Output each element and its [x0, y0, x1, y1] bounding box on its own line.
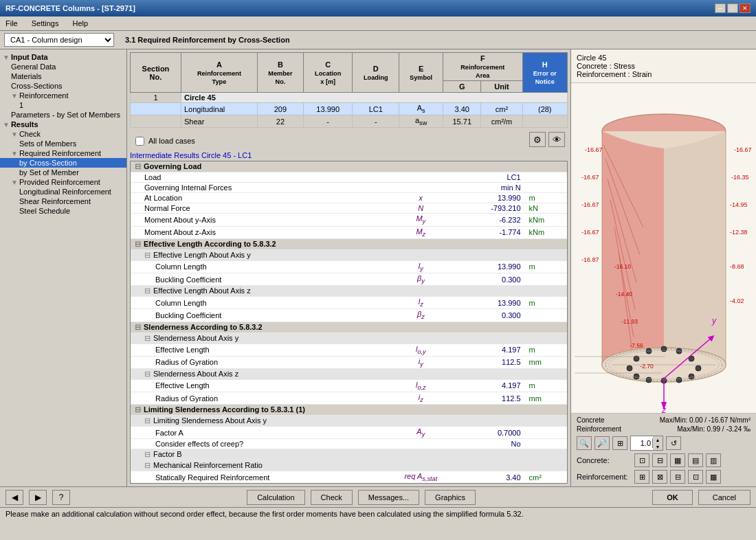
- cancel-button[interactable]: Cancel: [698, 490, 751, 505]
- view-icon-btn[interactable]: 👁: [548, 132, 565, 147]
- calculation-button[interactable]: Calculation: [247, 490, 304, 505]
- diagram-controls-row: 🔍 🔎 ⊞ 1.0 ▲ ▼ ↺: [577, 436, 751, 451]
- menu-bar: File Settings Help: [0, 16, 756, 31]
- sidebar-item-by-cross-section[interactable]: by Cross-Section: [0, 158, 126, 168]
- sidebar-item-parameters[interactable]: Parameters - by Set of Members: [0, 110, 126, 120]
- right-panel: Circle 45 Concrete : Stress Reinforcemen…: [570, 49, 756, 486]
- subgroup-factor-b: ⊟Factor B: [131, 449, 567, 460]
- reinf-btn2[interactable]: ⊠: [652, 470, 667, 484]
- table-row[interactable]: Longitudinal 209 13.990 LC1 As 3.40 cm² …: [131, 103, 568, 115]
- minimize-button[interactable]: ─: [715, 3, 726, 13]
- reinf-btn3[interactable]: ⊟: [670, 470, 685, 484]
- svg-text:-4.02: -4.02: [730, 297, 744, 304]
- expand-icon: ▼: [11, 131, 18, 138]
- table-row[interactable]: Shear 22 - - asw 15.71 cm²/m: [131, 115, 568, 128]
- diagram-title-line1: Circle 45: [577, 54, 751, 62]
- subgroup-mech-ratio: ⊟Mechanical Reinforcement Ratio: [131, 460, 567, 471]
- design-case-dropdown[interactable]: CA1 - Column design: [4, 33, 114, 47]
- table-row: Column Length lz 13.990 m: [131, 297, 567, 309]
- menu-file[interactable]: File: [3, 18, 21, 29]
- all-load-cases-checkbox[interactable]: [135, 137, 144, 146]
- svg-point-18: [634, 374, 639, 379]
- sidebar-item-reinforcement-1[interactable]: 1: [0, 100, 126, 110]
- graphics-button[interactable]: Graphics: [425, 490, 476, 505]
- table-area: SectionNo. AReinforcementType BMemberNo.…: [127, 49, 570, 131]
- sidebar-item-check[interactable]: ▼Check: [0, 129, 126, 139]
- concrete-btn5[interactable]: ▥: [706, 453, 721, 467]
- zoom-out-btn[interactable]: 🔎: [594, 436, 610, 450]
- svg-text:-16.67: -16.67: [734, 146, 752, 153]
- check-button[interactable]: Check: [311, 490, 353, 505]
- group-limiting-slenderness: ⊟Limiting Slenderness According to 5.8.3…: [131, 405, 567, 416]
- view-options-btn[interactable]: ⊞: [612, 436, 627, 450]
- svg-point-13: [696, 365, 701, 371]
- group-label: Governing Load: [144, 162, 201, 170]
- expand-icon: ▼: [11, 150, 18, 157]
- subgroup-slenderness-z: ⊟Slenderness About Axis z: [131, 368, 567, 379]
- intermediate-panel[interactable]: ⊟Governing Load Load LC1 Governing Inter…: [130, 161, 568, 484]
- concrete-info-row: Concrete Max/Min: 0.00 / -16.67 N/mm²: [577, 416, 751, 424]
- col-b: BMemberNo.: [257, 53, 303, 93]
- reinforcement-controls: Reinforcement: ⊞ ⊠ ⊟ ⊡ ▦: [577, 470, 751, 484]
- sidebar-item-provided-reinforcement[interactable]: ▼Provided Reinforcement: [0, 177, 126, 187]
- sidebar-item-shear[interactable]: Shear Reinforcement: [0, 196, 126, 206]
- status-message: Please make an additional calculation wi…: [5, 510, 524, 518]
- table-row: Radius of Gyration iy 112.5 mm: [131, 356, 567, 368]
- close-button[interactable]: ✕: [740, 3, 751, 13]
- sidebar-item-by-set-of-member[interactable]: by Set of Member: [0, 168, 126, 177]
- svg-point-19: [627, 365, 632, 371]
- table-row: At Location x 13.990 m: [131, 193, 567, 203]
- reset-view-btn[interactable]: ↺: [666, 436, 681, 450]
- nav-help-btn[interactable]: ?: [52, 490, 70, 505]
- zoom-in-btn[interactable]: 🔍: [577, 436, 592, 450]
- results-table: SectionNo. AReinforcementType BMemberNo.…: [130, 52, 568, 128]
- sidebar-item-results[interactable]: ▼Results: [0, 120, 126, 129]
- svg-text:-16.67: -16.67: [585, 146, 603, 153]
- sidebar-item-reinforcement[interactable]: ▼Reinforcement: [0, 91, 126, 100]
- ok-button[interactable]: OK: [652, 490, 693, 505]
- sidebar-item-general-data[interactable]: General Data: [0, 62, 126, 71]
- concrete-btn2[interactable]: ⊟: [652, 453, 667, 467]
- reinf-btn5[interactable]: ▦: [706, 470, 721, 484]
- col-g-unit: Unit: [481, 81, 522, 93]
- diagram-title-line2: Concrete : Stress: [577, 62, 751, 70]
- zoom-spinner[interactable]: 1.0 ▲ ▼: [630, 436, 663, 451]
- col-h: HError orNotice: [522, 53, 568, 93]
- cell-area: 3.40: [443, 103, 481, 115]
- status-bar: Please make an additional calculation wi…: [0, 507, 756, 522]
- sidebar-item-steel-schedule[interactable]: Steel Schedule: [0, 206, 126, 216]
- nav-forward-btn[interactable]: ▶: [29, 490, 47, 505]
- expand-icon: ▼: [11, 179, 18, 186]
- sidebar-item-longitudinal[interactable]: Longitudinal Reinforcement: [0, 187, 126, 196]
- svg-text:-14.95: -14.95: [730, 201, 748, 208]
- svg-text:-16.87: -16.87: [581, 256, 599, 263]
- sidebar-item-input-data[interactable]: ▼Input Data: [0, 52, 126, 62]
- menu-settings[interactable]: Settings: [29, 18, 62, 29]
- messages-button[interactable]: Messages...: [358, 490, 419, 505]
- sidebar-item-sets-of-members[interactable]: Sets of Members: [0, 139, 126, 148]
- maximize-button[interactable]: □: [727, 3, 738, 13]
- nav-back-btn[interactable]: ◀: [5, 490, 23, 505]
- all-load-cases-area: All load cases: [130, 134, 201, 148]
- window-controls[interactable]: ─ □ ✕: [715, 3, 751, 13]
- spinner-arrows[interactable]: ▲ ▼: [653, 436, 663, 450]
- reinf-btn1[interactable]: ⊞: [634, 470, 649, 484]
- sidebar-item-cross-sections[interactable]: Cross-Sections: [0, 81, 126, 91]
- concrete-btn4[interactable]: ▤: [688, 453, 703, 467]
- spinner-up[interactable]: ▲: [653, 436, 663, 443]
- expand-icon: ▼: [11, 92, 18, 100]
- concrete-section-label: Concrete:: [577, 455, 632, 466]
- sidebar-item-materials[interactable]: Materials: [0, 71, 126, 81]
- subgroup-slenderness-y: ⊟Slenderness About Axis y: [131, 333, 567, 344]
- menu-help[interactable]: Help: [69, 18, 91, 29]
- spinner-down[interactable]: ▼: [653, 443, 663, 450]
- diagram-title-line3: Reinforcement : Strain: [577, 70, 751, 78]
- reinforcement-label: Reinforcement: [577, 425, 621, 433]
- svg-point-10: [661, 346, 667, 352]
- table-row: Moment About z-Axis Mz -1.774 kNm: [131, 226, 567, 238]
- reinf-btn4[interactable]: ⊡: [688, 470, 703, 484]
- concrete-btn1[interactable]: ⊡: [634, 453, 649, 467]
- concrete-btn3[interactable]: ▦: [670, 453, 685, 467]
- settings-icon-btn[interactable]: ⚙: [529, 132, 546, 147]
- sidebar-item-required-reinforcement[interactable]: ▼Required Reinforcement: [0, 148, 126, 158]
